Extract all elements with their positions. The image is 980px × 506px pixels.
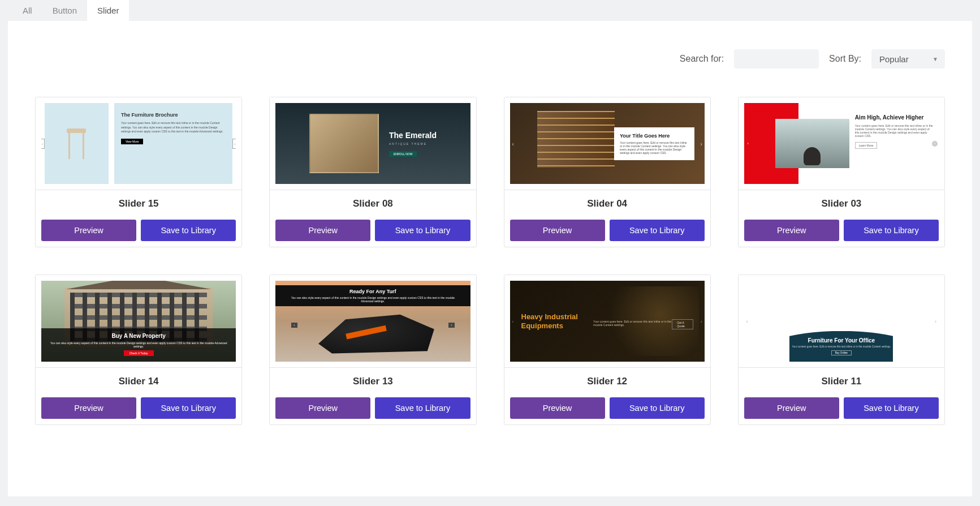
template-title: Slider 08 [275,198,470,209]
tab-all[interactable]: All [12,0,42,21]
save-to-library-button[interactable]: Save to Library [844,397,939,419]
thumb-button: Buy Online [831,350,852,355]
template-title: Slider 03 [744,198,939,209]
preview-button[interactable]: Preview [510,220,605,241]
thumb-paragraph: You can also style every aspect of this … [286,296,460,303]
template-card: ‹ Furniture For Your Office Your content… [738,275,945,425]
save-to-library-button[interactable]: Save to Library [375,397,470,419]
template-thumbnail: ‹ The Furniture Brochure Your content go… [36,97,241,190]
search-label: Search for: [680,54,724,64]
preview-button[interactable]: Preview [510,397,605,419]
content-area: Search for: Sort By: Popular ▼ ‹ The Fu [8,21,972,496]
next-icon: › [935,319,936,324]
template-thumbnail: Ready For Any Turf You can also style ev… [270,275,476,368]
next-icon: › [932,141,938,147]
next-icon: › [232,139,236,149]
thumb-paragraph: Your content goes here. Edit or remove t… [121,121,226,134]
thumb-heading: Your Title Goes Here [620,133,689,139]
template-card: ‹ Aim High, Achieve Higher Your content … [738,97,945,247]
prev-icon: ‹ [512,319,514,324]
template-title: Slider 11 [744,376,939,387]
preview-button[interactable]: Preview [275,220,370,241]
category-tabs: All Button Slider [8,0,972,21]
thumb-button: Get A Quote [672,319,693,329]
template-title: Slider 13 [275,376,470,387]
thumb-button: View More [121,139,144,144]
thumb-paragraph: Your content goes here. Edit or remove t… [792,345,891,348]
next-icon: › [700,140,702,147]
template-thumbnail: ‹ Furniture For Your Office Your content… [739,275,944,368]
template-card: Buy A New Property You can also style ev… [35,275,242,425]
tab-slider[interactable]: Slider [87,0,129,21]
template-thumbnail: ‹ Your Title Goes Here Your content goes… [504,97,710,190]
save-to-library-button[interactable]: Save to Library [610,397,705,419]
thumb-paragraph: Your content goes here. Edit or remove t… [593,320,672,327]
thumb-button: ENROLL NOW [389,151,417,157]
prev-icon: ‹ [512,140,514,147]
thumb-heading: Aim High, Achieve Higher [855,114,933,121]
preview-button[interactable]: Preview [744,220,839,241]
thumb-heading: Ready For Any Turf [286,289,460,294]
template-card: Ready For Any Turf You can also style ev… [269,275,476,425]
save-to-library-button[interactable]: Save to Library [141,397,236,419]
template-thumbnail: Buy A New Property You can also style ev… [36,275,241,368]
next-icon: › [701,319,702,324]
template-title: Slider 04 [510,198,705,209]
thumb-heading: Heavy Industrial Equipments [521,312,594,330]
save-to-library-button[interactable]: Save to Library [141,220,236,241]
thumb-heading: Buy A New Property [45,333,232,339]
preview-button[interactable]: Preview [41,397,136,419]
template-title: Slider 15 [41,198,236,209]
template-card: ‹ Your Title Goes Here Your content goes… [504,97,711,247]
thumb-paragraph: You can also style every aspect of this … [45,341,232,348]
thumb-heading: The Furniture Brochure [121,112,226,118]
save-to-library-button[interactable]: Save to Library [610,220,705,241]
template-title: Slider 14 [41,376,236,387]
preview-button[interactable]: Preview [41,220,136,241]
template-card: ‹ The Furniture Brochure Your content go… [35,97,242,247]
sort-label: Sort By: [829,54,861,64]
preview-button[interactable]: Preview [744,397,839,419]
search-input[interactable] [734,49,819,68]
thumb-heading: Furniture For Your Office [792,337,891,344]
prev-icon: ‹ [745,141,751,147]
thumb-paragraph: Your content goes here. Edit or remove t… [855,124,933,138]
thumb-button: Learn More [855,142,878,149]
prev-icon: ‹ [41,139,45,149]
thumb-paragraph: Your content goes here. Edit or remove t… [620,141,689,155]
prev-icon: ‹ [746,319,748,324]
template-card: The Emerald ANTIQUE THEME ENROLL NOW Sli… [269,97,476,247]
template-thumbnail: ‹ Heavy Industrial Equipments Your conte… [504,275,710,368]
save-to-library-button[interactable]: Save to Library [844,220,939,241]
tab-button[interactable]: Button [42,0,87,21]
preview-button[interactable]: Preview [275,397,370,419]
thumb-heading: The Emerald [389,131,437,140]
toolbar: Search for: Sort By: Popular ▼ [35,49,945,68]
template-title: Slider 12 [510,376,705,387]
prev-icon: ‹ [291,323,297,328]
thumb-subheading: ANTIQUE THEME [389,142,437,145]
template-thumbnail: ‹ Aim High, Achieve Higher Your content … [739,97,944,190]
template-card: ‹ Heavy Industrial Equipments Your conte… [504,275,711,425]
template-grid: ‹ The Furniture Brochure Your content go… [35,97,945,425]
save-to-library-button[interactable]: Save to Library [375,220,470,241]
sort-select[interactable]: Popular [871,49,945,68]
thumb-button: Check It Today [124,350,154,356]
next-icon: › [448,323,454,328]
template-thumbnail: The Emerald ANTIQUE THEME ENROLL NOW [270,97,476,190]
